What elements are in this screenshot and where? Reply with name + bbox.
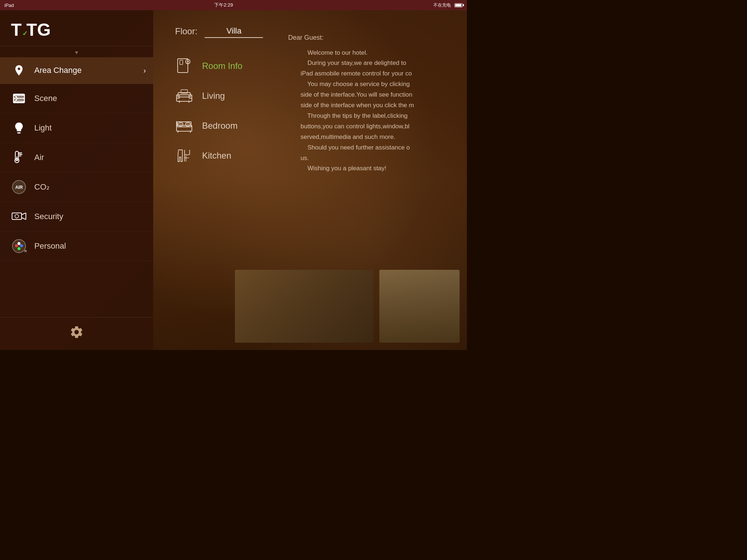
light-label: Light	[34, 123, 52, 133]
co2-label: CO₂	[34, 182, 50, 192]
svg-point-9	[15, 214, 19, 218]
co2-icon: AIR	[11, 179, 27, 195]
clock: 下午2:29	[214, 2, 233, 8]
area-change-arrow: ›	[143, 66, 146, 75]
bedroom-icon	[175, 117, 193, 135]
svg-text:RGB: RGB	[24, 249, 27, 253]
dropdown-arrow	[0, 46, 153, 57]
logo-t2: TG	[26, 21, 51, 39]
sidebar-item-scene[interactable]: Scene	[0, 84, 153, 113]
sidebar-item-co2[interactable]: AIR CO₂	[0, 172, 153, 202]
main-content: Floor: Room Info	[153, 10, 467, 350]
battery-fill	[455, 4, 461, 7]
scene-label: Scene	[34, 94, 57, 103]
svg-rect-32	[177, 125, 192, 131]
air-label: Air	[34, 153, 44, 162]
air-icon: °C	[11, 149, 27, 166]
bedroom-label: Bedroom	[202, 121, 237, 131]
welcome-line-8: served,multimedia and such more.	[288, 132, 456, 143]
kitchen-icon	[175, 147, 193, 165]
battery-icon	[454, 3, 462, 7]
hotel-photos	[235, 270, 460, 343]
svg-point-18	[18, 242, 20, 245]
area-change-item[interactable]: Area Change ›	[0, 57, 153, 84]
settings-button[interactable]	[0, 317, 153, 350]
svg-line-10	[22, 213, 26, 215]
area-change-icon	[11, 62, 27, 78]
hotel-photo-1-inner	[235, 270, 374, 343]
living-icon	[175, 87, 193, 105]
welcome-line-3: You may choose a service by clicking	[288, 79, 456, 90]
welcome-line-4: side of the interface.You will see funct…	[288, 90, 456, 100]
hotel-photo-1	[235, 270, 374, 343]
logo: T ✓ TG	[11, 21, 146, 39]
personal-label: Personal	[34, 241, 66, 251]
svg-rect-27	[177, 95, 179, 98]
kitchen-label: Kitchen	[202, 151, 231, 161]
sidebar: T ✓ TG Area Change ›	[0, 10, 153, 350]
svg-text:AIR: AIR	[15, 185, 23, 190]
personal-icon: RGB	[11, 238, 27, 254]
scene-icon	[11, 90, 27, 106]
svg-point-14	[12, 240, 26, 253]
svg-point-15	[15, 244, 18, 247]
settings-icon	[69, 325, 84, 343]
sidebar-nav: Scene Light	[0, 84, 153, 317]
area-change-label: Area Change	[34, 66, 143, 75]
hotel-photo-2	[379, 270, 460, 343]
welcome-line-5: side of the interface when you click the…	[288, 100, 456, 111]
svg-point-16	[18, 247, 20, 250]
svg-rect-21	[180, 60, 183, 65]
welcome-line-10: us.	[288, 153, 456, 164]
welcome-line-2: iPad asmobile remote control for your co	[288, 69, 456, 79]
svg-rect-8	[12, 213, 22, 219]
floor-input[interactable]	[205, 25, 263, 38]
hotel-photo-2-inner	[379, 270, 460, 343]
svg-line-11	[22, 218, 26, 219]
welcome-line-11: Wishing you a pleasant stay!	[288, 163, 456, 174]
room-info-icon	[175, 57, 193, 75]
status-right: 不在充电	[433, 2, 462, 8]
floor-label: Floor:	[175, 26, 197, 36]
svg-rect-35	[185, 122, 190, 126]
sidebar-item-personal[interactable]: RGB Personal	[0, 232, 153, 261]
welcome-line-6: Through the tips by the label,clicking	[288, 111, 456, 121]
sidebar-item-air[interactable]: °C Air	[0, 143, 153, 172]
sidebar-logo: T ✓ TG	[0, 10, 153, 46]
svg-rect-34	[178, 122, 183, 126]
welcome-line-7: buttons,you can control lights,window,bl	[288, 121, 456, 132]
welcome-panel: Dear Guest: Welcome to our hotel. During…	[277, 25, 467, 181]
welcome-line-0: Welcome to our hotel.	[288, 48, 456, 58]
app-container: T ✓ TG Area Change ›	[0, 10, 467, 350]
svg-rect-28	[189, 95, 192, 98]
charging-text: 不在充电	[433, 2, 451, 8]
svg-point-17	[20, 244, 23, 247]
welcome-greeting: Dear Guest:	[288, 32, 456, 43]
security-icon	[11, 209, 27, 225]
svg-text:°C: °C	[19, 153, 22, 156]
sidebar-item-light[interactable]: Light	[0, 113, 153, 143]
logo-t1: T	[11, 21, 22, 39]
light-icon	[11, 120, 27, 136]
security-label: Security	[34, 212, 63, 221]
welcome-line-9: Should you need further assistance o	[288, 143, 456, 153]
sidebar-item-security[interactable]: Security	[0, 202, 153, 232]
living-label: Living	[202, 91, 225, 101]
welcome-body: Welcome to our hotel. During your stay,w…	[288, 48, 456, 174]
device-name: iPad	[4, 3, 14, 8]
status-bar: iPad 下午2:29 不在充电	[0, 0, 467, 10]
room-info-label: Room Info	[202, 61, 243, 71]
welcome-line-1: During your stay,we are delighted to	[288, 58, 456, 69]
